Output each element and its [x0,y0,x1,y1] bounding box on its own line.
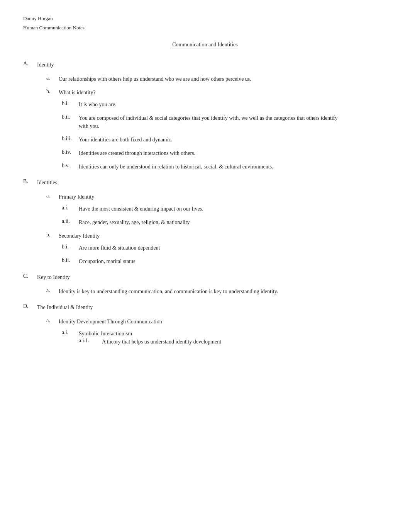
section-heading-C: C.Key to Identity [23,273,387,281]
level3-item: a.i.1.A theory that helps us understand … [79,338,387,346]
section-heading-B: B.Identities [23,178,387,187]
section-text-C: Key to Identity [37,273,70,281]
level2-text: Identities can only be understood in rel… [79,163,273,171]
section-text-D: The Individual & Identity [37,303,93,311]
section-label-D: D. [23,303,37,309]
level1-text: Our relationships with others help us un… [59,75,251,83]
section-B: B.Identitiesa.Primary Identitya.i.Have t… [23,178,387,265]
level2-item: b.i.Are more fluid & situation dependent [62,244,387,252]
level2-item: a.i.Have the most consistent & enduring … [62,205,387,213]
level1-text: Identity is key to understanding communi… [59,287,278,296]
level2-text: Symbolic Interactionism [79,330,132,338]
level2-text: Occupation, marital status [79,257,136,265]
section-label-A: A. [23,61,37,67]
level2-label: b.ii. [62,114,79,120]
level2-label: b.iii. [62,136,79,142]
level1-item: a.Primary Identitya.i.Have the most cons… [46,193,387,226]
author-name: Danny Horgan [23,15,387,22]
level2-label: b.i. [62,244,79,250]
level2-text: Are more fluid & situation dependent [79,244,160,252]
level2-item: b.iv.Identities are created through inte… [62,149,387,157]
level1-label: a. [46,193,59,199]
level1-label: b. [46,88,59,95]
level1-item: b.What is identity?b.i.It is who you are… [46,88,387,171]
level2-item: a.i.Symbolic Interactionisma.i.1.A theor… [62,330,387,346]
level2-item: b.ii.You are composed of individual & so… [62,114,387,130]
level1-label: b. [46,232,59,238]
level2-text: Your identities are both fixed and dynam… [79,136,172,144]
level1-text: What is identity? [59,88,96,97]
section-text-B: Identities [37,178,57,187]
section-heading-D: D.The Individual & Identity [23,303,387,311]
level2-label: a.i. [62,330,79,336]
level2-text: You are composed of individual & social … [79,114,341,130]
level1-item: a.Our relationships with others help us … [46,75,387,83]
level2-item: b.iii.Your identities are both fixed and… [62,136,387,144]
level1-item: b.Secondary Identityb.i.Are more fluid &… [46,232,387,265]
level1-label: a. [46,287,59,294]
level2-text: Race, gender, sexuality, age, religion, … [79,218,190,226]
level3-label: a.i.1. [79,338,102,344]
level1-label: a. [46,75,59,81]
level2-label: b.iv. [62,149,79,155]
level2-text: It is who you are. [79,100,117,109]
level2-text: Have the most consistent & enduring impa… [79,205,203,213]
level1-item: a.Identity is key to understanding commu… [46,287,387,296]
level1-item: a.Identity Development Through Communica… [46,318,387,346]
level1-text: Secondary Identity [59,232,100,240]
level2-item: b.v.Identities can only be understood in… [62,163,387,171]
level3-text: A theory that helps us understand identi… [102,338,221,346]
level2-label: b.i. [62,100,79,107]
section-text-A: Identity [37,61,54,69]
level2-label: a.i. [62,205,79,211]
level2-text: Identities are created through interacti… [79,149,195,157]
section-C: C.Key to Identitya.Identity is key to un… [23,273,387,296]
section-label-C: C. [23,273,37,279]
level2-label: b.ii. [62,257,79,263]
section-label-B: B. [23,178,37,185]
level2-item: b.i.It is who you are. [62,100,387,109]
content-area: A.Identitya.Our relationships with other… [23,61,387,346]
level1-label: a. [46,318,59,324]
course-title: Human Communication Notes [23,25,387,31]
page-title: Communication and Identities [172,42,238,48]
level2-item: a.ii.Race, gender, sexuality, age, relig… [62,218,387,226]
section-A: A.Identitya.Our relationships with other… [23,61,387,171]
section-heading-A: A.Identity [23,61,387,69]
level1-text: Identity Development Through Communicati… [59,318,162,326]
level2-label: b.v. [62,163,79,169]
section-D: D.The Individual & Identitya.Identity De… [23,303,387,346]
level1-text: Primary Identity [59,193,94,201]
level2-label: a.ii. [62,218,79,224]
level2-item: b.ii.Occupation, marital status [62,257,387,265]
